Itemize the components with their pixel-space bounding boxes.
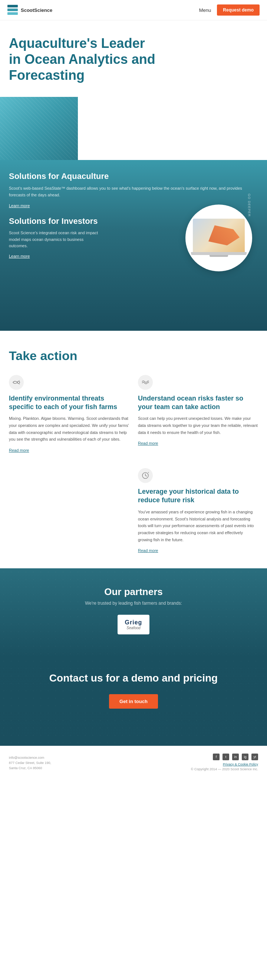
navbar: ScootScience Menu Request demo	[0, 0, 267, 21]
fish-svg	[12, 378, 21, 387]
laptop-image	[191, 219, 246, 257]
go-deeper-label: go deeper	[248, 194, 251, 217]
partner-logo-grieg: Grieg Seafood	[118, 615, 150, 635]
wave-icon	[138, 375, 153, 390]
svg-rect-0	[8, 5, 18, 8]
privacy-link[interactable]: Privacy & Cookie Policy	[191, 762, 258, 766]
twitter-icon[interactable]: t	[223, 754, 229, 760]
hero-title: Aquaculture's Leader in Ocean Analytics …	[9, 35, 157, 84]
get-in-touch-button[interactable]: Get in touch	[109, 694, 158, 709]
logo-text: ScootScience	[21, 8, 52, 13]
partner-name: Grieg	[125, 619, 142, 626]
footer-email: info@scootscience.com	[9, 755, 51, 760]
solutions-aqua-title: Solutions for Aquaculture	[9, 171, 258, 182]
laptop-stand	[210, 255, 228, 257]
fish-icon	[9, 375, 24, 390]
logo-icon	[8, 5, 18, 15]
feature-identify-desc: Mixing. Plankton. Algae blooms. Warming.…	[9, 415, 129, 443]
svg-rect-2	[8, 12, 18, 15]
hero-banner: Read our white paper Solutions for Aquac…	[0, 97, 267, 331]
svg-line-5	[19, 383, 20, 385]
learn-more-aqua-link[interactable]: Learn more	[9, 204, 30, 208]
solutions-panel: Solutions for Aquaculture Scoot's web-ba…	[0, 160, 267, 331]
contact-heading: Contact us for a demo and pricing	[18, 671, 249, 685]
instagram-icon[interactable]: ig	[242, 754, 248, 760]
svg-rect-1	[8, 8, 18, 11]
facebook-icon[interactable]: f	[213, 754, 220, 760]
partners-description: We're trusted by leading fish farmers an…	[9, 601, 258, 606]
logo: ScootScience	[8, 5, 52, 15]
footer-social: f t in ig yt	[191, 754, 258, 760]
read-more-leverage-link[interactable]: Read more	[138, 548, 158, 553]
footer-copyright: © Copyright 2014 — 2020 Scoot Science In…	[191, 767, 258, 771]
laptop-screen-inner	[193, 219, 245, 252]
laptop-base	[191, 252, 246, 255]
partners-section: Our partners We're trusted by leading fi…	[0, 568, 267, 745]
feature-understand-title: Understand ocean risks faster so your te…	[138, 394, 258, 412]
learn-more-investors-link[interactable]: Learn more	[9, 254, 30, 258]
solutions-aqua-text: Solutions for Aquaculture Scoot's web-ba…	[9, 167, 258, 209]
solutions-aquaculture: Solutions for Aquaculture Scoot's web-ba…	[9, 167, 258, 209]
hero-section: Aquaculture's Leader in Ocean Analytics …	[0, 21, 267, 91]
ocean-image	[0, 97, 78, 160]
feature-identify-title: Identify environmental threats specific …	[9, 394, 129, 412]
footer-contact: info@scootscience.com 877 Cedar Street, …	[9, 755, 51, 771]
linkedin-icon[interactable]: in	[232, 754, 239, 760]
footer-address: 877 Cedar Street, Suite 190,	[9, 760, 51, 765]
youtube-icon[interactable]: yt	[251, 754, 258, 760]
feature-leverage-desc: You've amassed years of experience growi…	[138, 509, 258, 543]
contact-section: Contact us for a demo and pricing Get in…	[9, 649, 258, 730]
clock-svg	[141, 471, 149, 480]
nav-right: Menu Request demo	[199, 5, 259, 16]
partner-logo-inner: Grieg Seafood	[125, 619, 142, 630]
laptop-circle	[185, 205, 252, 271]
feature-spacer	[9, 468, 129, 554]
laptop-screen	[193, 219, 245, 252]
menu-button[interactable]: Menu	[199, 8, 212, 13]
feature-row-2: Leverage your historical data to reduce …	[9, 468, 258, 554]
feature-understand: Understand ocean risks faster so your te…	[138, 375, 258, 453]
wave-svg	[141, 378, 149, 387]
partners-heading: Our partners	[9, 586, 258, 598]
footer-right: f t in ig yt Privacy & Cookie Policy © C…	[191, 754, 258, 771]
feature-identify: Identify environmental threats specific …	[9, 375, 129, 453]
take-action-section: Take action Identify environmental threa…	[0, 331, 267, 569]
clock-icon	[138, 468, 153, 483]
svg-line-8	[145, 476, 147, 476]
footer-city: Santa Cruz, CA 95060	[9, 765, 51, 771]
feature-leverage-title: Leverage your historical data to reduce …	[138, 487, 258, 505]
svg-line-4	[19, 380, 20, 381]
read-more-identify-link[interactable]: Read more	[9, 448, 29, 452]
footer: info@scootscience.com 877 Cedar Street, …	[0, 746, 267, 778]
solutions-aqua-desc: Scoot's web-based SeaState™ dashboard al…	[9, 185, 258, 198]
feature-understand-desc: Scoot can help you prevent unexpected lo…	[138, 415, 258, 436]
feature-leverage: Leverage your historical data to reduce …	[138, 468, 258, 554]
read-more-understand-link[interactable]: Read more	[138, 441, 158, 445]
features-grid: Identify environmental threats specific …	[9, 375, 258, 554]
feature-row-1: Identify environmental threats specific …	[9, 375, 258, 453]
partner-sub: Seafood	[126, 626, 140, 630]
solutions-investors-desc: Scoot Science's integrated ocean risk an…	[9, 230, 98, 250]
take-action-heading: Take action	[9, 348, 258, 363]
request-demo-button[interactable]: Request demo	[217, 5, 259, 16]
